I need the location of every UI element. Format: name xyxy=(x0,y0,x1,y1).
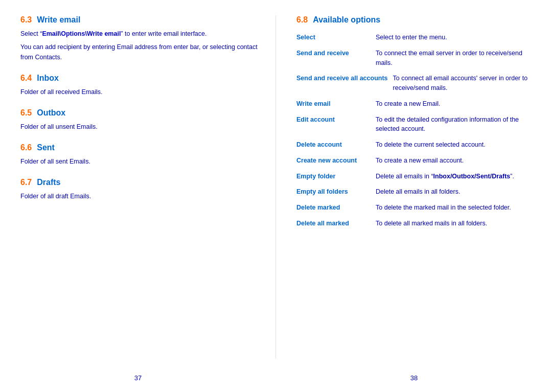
page-number-right: 38 xyxy=(410,374,418,382)
options-table: Select Select to enter the menu. Send an… xyxy=(296,33,532,228)
options-header: 6.8 Available options xyxy=(296,15,532,25)
option-empty-all-folders: Empty all folders Delete all emails in a… xyxy=(296,187,532,197)
section-6-4: 6.4 Inbox Folder of all received Emails. xyxy=(20,74,260,97)
section-6-4-header: 6.4 Inbox xyxy=(20,74,260,83)
option-select: Select Select to enter the menu. xyxy=(296,33,532,42)
option-send-receive-all-desc: To connect all email accounts' server in… xyxy=(393,74,532,93)
option-send-receive-all-term: Send and receive all accounts xyxy=(296,74,393,83)
option-delete-all-marked-desc: To delete all marked mails in all folder… xyxy=(376,219,532,228)
section-6-7-header: 6.7 Drafts xyxy=(20,178,260,187)
option-select-desc: Select to enter the menu. xyxy=(376,33,532,42)
option-empty-all-folders-desc: Delete all emails in all folders. xyxy=(376,187,532,197)
option-delete-account-desc: To delete the current selected account. xyxy=(376,140,532,150)
option-delete-marked: Delete marked To delete the marked mail … xyxy=(296,203,532,213)
option-empty-folder-term: Empty folder xyxy=(296,172,376,181)
section-6-5-header: 6.5 Outbox xyxy=(20,108,260,118)
option-delete-account-term: Delete account xyxy=(296,140,376,150)
option-empty-folder-desc: Delete all emails in “Inbox/Outbox/Sent/… xyxy=(376,172,532,181)
option-edit-account-term: Edit account xyxy=(296,115,376,125)
section-6-8-number: 6.8 xyxy=(296,15,308,25)
option-empty-folder-bold: Inbox/Outbox/Sent/Drafts xyxy=(433,173,511,180)
option-send-receive-term: Send and receive xyxy=(296,49,376,58)
option-send-receive-desc: To connect the email server in order to … xyxy=(376,49,532,68)
section-6-7: 6.7 Drafts Folder of all draft Emails. xyxy=(20,178,260,201)
section-6-3-body: Select “Email\Options\Write email” to en… xyxy=(20,29,260,39)
option-write-email-term: Write email xyxy=(296,99,376,109)
option-delete-all-marked-term: Delete all marked xyxy=(296,219,376,228)
option-delete-all-marked: Delete all marked To delete all marked m… xyxy=(296,219,532,228)
section-6-7-number: 6.7 xyxy=(20,178,32,187)
page-number-left: 37 xyxy=(134,374,142,382)
left-column: 6.3 Write email Select “Email\Options\Wr… xyxy=(20,15,276,359)
section-6-5-title: Outbox xyxy=(37,108,65,118)
section-6-6-number: 6.6 xyxy=(20,143,32,152)
option-write-email-desc: To create a new Email. xyxy=(376,99,532,109)
right-column: 6.8 Available options Select Select to e… xyxy=(276,15,532,359)
option-send-receive-all: Send and receive all accounts To connect… xyxy=(296,74,532,93)
section-6-6: 6.6 Sent Folder of all sent Emails. xyxy=(20,143,260,167)
option-delete-marked-term: Delete marked xyxy=(296,203,376,213)
option-create-account: Create new account To create a new email… xyxy=(296,156,532,166)
section-6-7-title: Drafts xyxy=(37,178,60,187)
section-6-4-title: Inbox xyxy=(37,74,59,83)
section-6-3-body2: You can add recipient by entering Email … xyxy=(20,42,260,62)
option-write-email: Write email To create a new Email. xyxy=(296,99,532,109)
section-6-6-body: Folder of all sent Emails. xyxy=(20,156,260,167)
option-edit-account-desc: To edit the detailed configuration infor… xyxy=(376,115,532,134)
option-create-account-term: Create new account xyxy=(296,156,376,166)
option-delete-marked-desc: To delete the marked mail in the selecte… xyxy=(376,203,532,213)
section-6-3-bold: Email\Options\Write email xyxy=(42,30,121,37)
option-delete-account: Delete account To delete the current sel… xyxy=(296,140,532,150)
section-6-6-header: 6.6 Sent xyxy=(20,143,260,152)
option-select-term: Select xyxy=(296,33,376,42)
section-6-3-title: Write email xyxy=(37,15,80,25)
section-6-7-body: Folder of all draft Emails. xyxy=(20,191,260,201)
option-send-receive: Send and receive To connect the email se… xyxy=(296,49,532,68)
option-create-account-desc: To create a new email account. xyxy=(376,156,532,166)
option-empty-all-folders-term: Empty all folders xyxy=(296,187,376,197)
section-6-8-title: Available options xyxy=(313,15,380,25)
section-6-5: 6.5 Outbox Folder of all unsent Emails. xyxy=(20,108,260,132)
option-empty-folder: Empty folder Delete all emails in “Inbox… xyxy=(296,172,532,181)
section-6-4-body: Folder of all received Emails. xyxy=(20,87,260,97)
page-footer: 37 38 xyxy=(0,369,552,392)
section-6-5-body: Folder of all unsent Emails. xyxy=(20,122,260,132)
section-6-5-number: 6.5 xyxy=(20,108,32,118)
option-edit-account: Edit account To edit the detailed config… xyxy=(296,115,532,134)
section-6-3-number: 6.3 xyxy=(20,15,32,25)
section-6-3-header: 6.3 Write email xyxy=(20,15,260,25)
section-6-3: 6.3 Write email Select “Email\Options\Wr… xyxy=(20,15,260,62)
section-6-4-number: 6.4 xyxy=(20,74,32,83)
section-6-6-title: Sent xyxy=(37,143,55,152)
